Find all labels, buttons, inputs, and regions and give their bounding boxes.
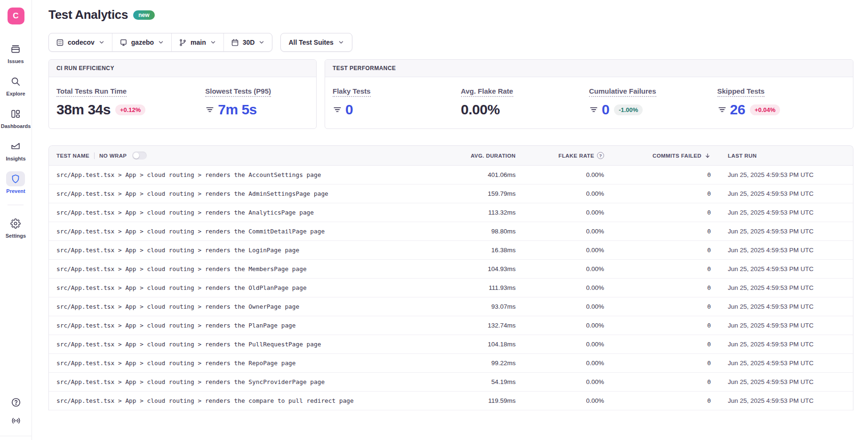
avg-duration-cell: 119.59ms (440, 392, 516, 410)
metric-label[interactable]: Avg. Flake Rate (461, 87, 513, 97)
table-row[interactable]: src/App.test.tsx > App > cloud routing >… (49, 392, 853, 410)
test-name-cell[interactable]: src/App.test.tsx > App > cloud routing >… (49, 279, 440, 297)
metric-skipped-tests: Skipped Tests 26 +0.04% (717, 87, 846, 117)
sidebar-item-settings[interactable]: Settings (6, 216, 26, 239)
table-row[interactable]: src/App.test.tsx > App > cloud routing >… (49, 373, 853, 392)
last-run-cell: Jun 25, 2025 4:59:53 PM UTC (711, 184, 853, 203)
filter-lines-icon[interactable] (333, 105, 342, 114)
sidebar-nav: Issues Explore Dashboards (1, 41, 31, 239)
sidebar-label: Prevent (6, 188, 25, 194)
sidebar-item-insights[interactable]: Insights (6, 139, 25, 161)
metric-panels: CI RUN EFFICIENCY Total Tests Run Time 3… (48, 59, 853, 129)
sidebar-item-explore[interactable]: Explore (6, 74, 25, 96)
filter-lines-icon[interactable] (717, 105, 727, 114)
test-name-cell[interactable]: src/App.test.tsx > App > cloud routing >… (49, 203, 440, 222)
test-name-cell[interactable]: src/App.test.tsx > App > cloud routing >… (49, 297, 440, 316)
sidebar-item-issues[interactable]: Issues (6, 41, 25, 64)
last-run-cell: Jun 25, 2025 4:59:53 PM UTC (711, 297, 853, 316)
search-icon (6, 74, 25, 89)
sidebar-item-prevent[interactable]: Prevent (6, 171, 25, 194)
test-name-cell[interactable]: src/App.test.tsx > App > cloud routing >… (49, 335, 440, 354)
table-row[interactable]: src/App.test.tsx > App > cloud routing >… (49, 279, 853, 297)
last-run-cell: Jun 25, 2025 4:59:53 PM UTC (711, 316, 853, 335)
metric-value-link[interactable]: 0 (345, 103, 353, 117)
commits-failed-cell: 0 (604, 203, 711, 222)
date-range-selector[interactable]: 30D (223, 33, 272, 51)
avg-duration-cell: 159.79ms (440, 184, 516, 203)
col-header-last-run[interactable]: LAST RUN (711, 146, 853, 166)
test-name-cell[interactable]: src/App.test.tsx > App > cloud routing >… (49, 392, 440, 410)
table-row[interactable]: src/App.test.tsx > App > cloud routing >… (49, 166, 853, 184)
table-row[interactable]: src/App.test.tsx > App > cloud routing >… (49, 184, 853, 203)
sidebar: C Issues Explore Dashboa (0, 0, 32, 440)
new-badge: new (133, 10, 154, 20)
metric-cumulative-failures: Cumulative Failures 0 -1.00% (589, 87, 717, 117)
test-name-cell[interactable]: src/App.test.tsx > App > cloud routing >… (49, 222, 440, 241)
flake-rate-cell: 0.00% (516, 354, 604, 373)
no-wrap-toggle[interactable] (132, 152, 147, 160)
delta-badge: -1.00% (614, 104, 643, 115)
filter-lines-icon[interactable] (205, 105, 215, 114)
avg-duration-cell: 111.93ms (440, 279, 516, 297)
page-title: Test Analytics (48, 8, 128, 22)
avg-duration-cell: 54.19ms (440, 373, 516, 392)
table-row[interactable]: src/App.test.tsx > App > cloud routing >… (49, 297, 853, 316)
metric-value-link[interactable]: 26 (730, 103, 745, 117)
metric-label[interactable]: Skipped Tests (717, 87, 765, 97)
sidebar-label: Issues (8, 58, 24, 64)
avg-duration-cell: 104.93ms (440, 260, 516, 279)
test-name-cell[interactable]: src/App.test.tsx > App > cloud routing >… (49, 316, 440, 335)
col-header-commits-failed[interactable]: COMMITS FAILED (604, 146, 711, 166)
insights-chart-icon (6, 139, 25, 154)
commits-failed-cell: 0 (604, 335, 711, 354)
metric-label[interactable]: Slowest Tests (P95) (205, 87, 271, 97)
filter-segmented-group: codecov gazebo main (48, 33, 272, 52)
metric-avg-flake-rate: Avg. Flake Rate 0.00% (461, 87, 589, 117)
sidebar-label: Explore (6, 91, 25, 96)
metric-value-link[interactable]: 0 (602, 103, 609, 117)
test-suites-value: All Test Suites (288, 39, 333, 46)
table-row[interactable]: src/App.test.tsx > App > cloud routing >… (49, 316, 853, 335)
sort-descending-arrow-icon[interactable] (704, 152, 711, 159)
test-name-cell[interactable]: src/App.test.tsx > App > cloud routing >… (49, 260, 440, 279)
metric-label[interactable]: Cumulative Failures (589, 87, 656, 97)
last-run-cell: Jun 25, 2025 4:59:53 PM UTC (711, 335, 853, 354)
avg-duration-cell: 132.74ms (440, 316, 516, 335)
help-circle-icon[interactable] (11, 397, 21, 408)
filter-lines-icon[interactable] (589, 105, 598, 114)
codecov-logo[interactable]: C (8, 8, 24, 24)
flake-rate-cell: 0.00% (516, 335, 604, 354)
table-row[interactable]: src/App.test.tsx > App > cloud routing >… (49, 335, 853, 354)
test-name-cell[interactable]: src/App.test.tsx > App > cloud routing >… (49, 354, 440, 373)
org-value: codecov (68, 39, 95, 46)
avg-duration-cell: 98.80ms (440, 222, 516, 241)
repo-selector[interactable]: gazebo (112, 33, 171, 51)
table-row[interactable]: src/App.test.tsx > App > cloud routing >… (49, 354, 853, 373)
branch-selector[interactable]: main (171, 33, 223, 51)
col-header-label: COMMITS FAILED (653, 153, 701, 159)
metric-value-link[interactable]: 7m 5s (218, 103, 257, 117)
test-name-cell[interactable]: src/App.test.tsx > App > cloud routing >… (49, 166, 440, 184)
git-branch-icon (179, 39, 187, 47)
question-circle-icon[interactable]: ? (597, 152, 604, 159)
col-header-avg-duration[interactable]: AVG. DURATION (440, 146, 516, 166)
sidebar-item-dashboards[interactable]: Dashboards (1, 106, 31, 129)
sidebar-divider (8, 205, 24, 205)
col-header-flake-rate[interactable]: FLAKE RATE ? (516, 146, 604, 166)
no-wrap-label: NO WRAP (99, 153, 127, 159)
gear-icon (6, 216, 25, 231)
broadcast-icon[interactable] (11, 416, 21, 426)
table-row[interactable]: src/App.test.tsx > App > cloud routing >… (49, 260, 853, 279)
org-grid-icon (56, 39, 64, 47)
metric-label[interactable]: Total Tests Run Time (56, 87, 127, 97)
table-row[interactable]: src/App.test.tsx > App > cloud routing >… (49, 241, 853, 260)
table-row[interactable]: src/App.test.tsx > App > cloud routing >… (49, 203, 853, 222)
commits-failed-cell: 0 (604, 392, 711, 410)
test-name-cell[interactable]: src/App.test.tsx > App > cloud routing >… (49, 373, 440, 392)
test-name-cell[interactable]: src/App.test.tsx > App > cloud routing >… (49, 184, 440, 203)
metric-label[interactable]: Flaky Tests (333, 87, 371, 97)
table-row[interactable]: src/App.test.tsx > App > cloud routing >… (49, 222, 853, 241)
org-selector[interactable]: codecov (49, 33, 112, 51)
test-suites-dropdown[interactable]: All Test Suites (280, 33, 352, 52)
test-name-cell[interactable]: src/App.test.tsx > App > cloud routing >… (49, 241, 440, 260)
